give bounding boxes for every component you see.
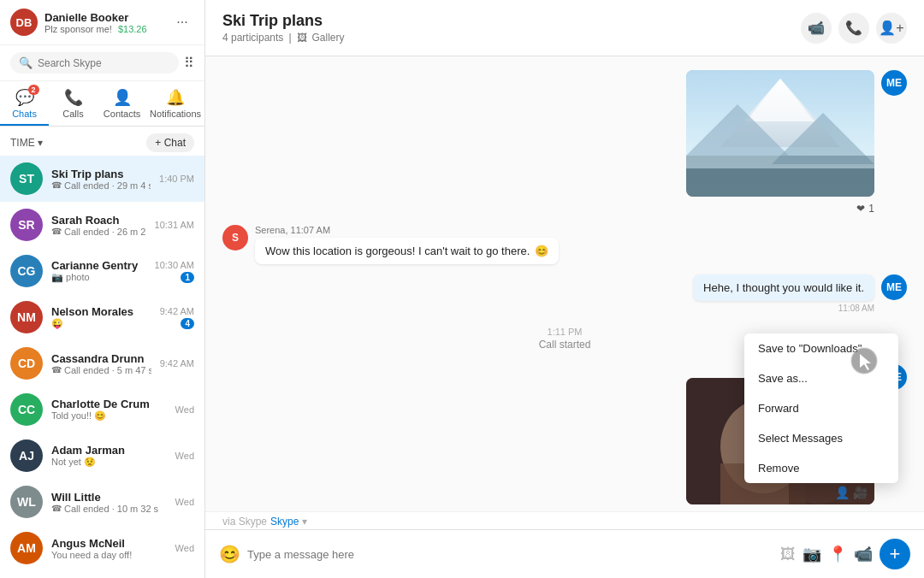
context-remove[interactable]: Remove (744, 453, 898, 483)
tab-chats[interactable]: 💬 2 Chats (0, 81, 49, 126)
list-item[interactable]: MJ MJ Price Teehee! Tue (0, 571, 204, 578)
avatar: AM (10, 532, 43, 564)
msg-sender: Serena, 11:07 AM (255, 225, 559, 235)
unread-badge: 4 (181, 318, 194, 329)
voice-call-button[interactable]: 📞 (838, 13, 869, 44)
media-button[interactable]: 📷 (803, 545, 821, 563)
profile-bar: DB Danielle Booker Plz sponsor me! $13.2… (0, 0, 204, 45)
context-select-messages[interactable]: Select Messages (744, 423, 898, 453)
list-item[interactable]: SR Sarah Roach ☎ Call ended · 26 m 23 s … (0, 202, 204, 248)
msg-content: Hehe, I thought you would like it. 11:08… (693, 274, 874, 313)
location-button[interactable]: 📍 (828, 545, 847, 563)
msg-content: ❤ 1 (686, 70, 874, 215)
skype-link[interactable]: Skype (270, 516, 299, 528)
list-item[interactable]: WL Will Little ☎ Call ended · 10 m 32 s … (0, 479, 204, 525)
time-filter[interactable]: TIME ▾ (10, 137, 43, 149)
avatar: AJ (10, 439, 43, 472)
avatar: DB (10, 9, 38, 36)
context-save-downloads[interactable]: Save to "Downloads" (744, 333, 898, 363)
avatar: NM (10, 301, 43, 333)
notifications-label: Notifications (150, 109, 201, 119)
chats-label: Chats (12, 109, 37, 119)
context-forward[interactable]: Forward (744, 393, 898, 423)
list-item[interactable]: CG Carianne Gentry 📷 photo 10:30 AM 1 (0, 248, 204, 294)
video-icons: 👤 🎥 (835, 486, 868, 499)
gallery-icon: 🖼 (297, 32, 307, 44)
msg-row: S Serena, 11:07 AM Wow this location is … (222, 225, 907, 264)
nav-tabs: 💬 2 Chats 📞 Calls 👤 Contacts 🔔 Notificat… (0, 81, 204, 127)
chat-header-info: Ski Trip plans 4 participants | 🖼 Galler… (222, 12, 801, 44)
chat-list-header: TIME ▾ + Chat (0, 127, 204, 156)
more-options-button[interactable]: ··· (170, 10, 194, 34)
avatar: CC (10, 393, 43, 426)
search-wrap[interactable]: 🔍 (10, 52, 179, 74)
mountain-image (686, 70, 874, 197)
avatar: SR (10, 209, 43, 241)
message-input[interactable] (247, 548, 773, 561)
chats-icon: 💬 2 (15, 88, 34, 107)
list-item[interactable]: NM Nelson Morales 😜 9:42 AM 4 (0, 294, 204, 340)
tab-contacts[interactable]: 👤 Contacts (98, 81, 146, 126)
person-icon: 👤 (835, 486, 850, 499)
avatar: ST (10, 162, 43, 195)
chat-info: Ski Trip plans ☎ Call ended · 29 m 4 s (51, 168, 151, 191)
list-item[interactable]: ST Ski Trip plans ☎ Call ended · 29 m 4 … (0, 156, 204, 202)
avatar: CD (10, 347, 43, 380)
calls-icon: 📞 (64, 88, 83, 107)
avatar: ME (881, 274, 907, 300)
chat-name: Ski Trip plans (51, 168, 151, 180)
notifications-icon: 🔔 (166, 88, 185, 107)
add-button[interactable]: + (880, 539, 910, 569)
tab-calls[interactable]: 📞 Calls (49, 81, 98, 126)
context-menu: Save to "Downloads" Save as... Forward S… (744, 333, 898, 483)
chat-preview: ☎ Call ended · 29 m 4 s (51, 180, 151, 191)
list-item[interactable]: AJ Adam Jarman Not yet 😟 Wed (0, 433, 204, 479)
main-chat: Ski Trip plans 4 participants | 🖼 Galler… (205, 0, 924, 578)
msg-content: Serena, 11:07 AM Wow this location is go… (255, 225, 559, 264)
profile-status: Plz sponsor me! $13.26 (44, 24, 163, 34)
chat-title: Ski Trip plans (222, 12, 801, 30)
sidebar: DB Danielle Booker Plz sponsor me! $13.2… (0, 0, 205, 578)
video-msg-button[interactable]: 📹 (854, 545, 873, 563)
grid-icon[interactable]: ⠿ (184, 55, 194, 71)
chat-input-bar: 😊 🖼 📷 📍 📹 + (205, 529, 924, 578)
chat-info: Sarah Roach ☎ Call ended · 26 m 23 s (51, 214, 146, 237)
msg-row: ME (222, 70, 907, 215)
avatar: ME (881, 70, 907, 96)
photo-button[interactable]: 🖼 (780, 546, 796, 563)
calls-label: Calls (62, 109, 83, 119)
avatar: WL (10, 486, 43, 518)
avatar: S (222, 225, 248, 251)
chat-subtitle: 4 participants | 🖼 Gallery (222, 32, 801, 44)
list-item[interactable]: AM Angus McNeil You need a day off! Wed (0, 525, 204, 571)
chats-badge: 2 (28, 85, 39, 95)
svg-rect-6 (686, 168, 874, 197)
chat-list: ST Ski Trip plans ☎ Call ended · 29 m 4 … (0, 156, 204, 578)
chevron-down-icon: ▾ (38, 137, 43, 149)
unread-badge: 1 (181, 272, 194, 283)
chat-header-actions: 📹 📞 👤+ (801, 13, 907, 44)
via-skype-bar: via Skype Skype ▾ (205, 511, 924, 529)
msg-time: 11:08 AM (838, 304, 874, 313)
camera-icon: 🎥 (853, 486, 868, 499)
tab-notifications[interactable]: 🔔 Notifications (146, 81, 204, 126)
search-bar: 🔍 ⠿ (0, 45, 204, 81)
profile-info: Danielle Booker Plz sponsor me! $13.26 (44, 11, 163, 34)
message-bubble: Wow this location is gorgeous! I can't w… (255, 238, 559, 264)
new-chat-button[interactable]: + Chat (146, 133, 194, 152)
reaction: ❤ 1 (856, 203, 874, 215)
list-item[interactable]: CC Charlotte De Crum Told you!! 😊 Wed (0, 386, 204, 433)
avatar: CG (10, 255, 43, 287)
emoji-button[interactable]: 😊 (219, 544, 240, 564)
video-call-button[interactable]: 📹 (801, 13, 832, 44)
mountain-svg (686, 70, 874, 197)
search-icon: 🔍 (19, 56, 33, 69)
image-message (686, 70, 874, 197)
chat-meta: 1:40 PM (159, 174, 194, 184)
add-participant-button[interactable]: 👤+ (876, 13, 907, 44)
list-item[interactable]: CD Cassandra Drunn ☎ Call ended · 5 m 47… (0, 340, 204, 386)
search-input[interactable] (38, 57, 170, 69)
context-save-as[interactable]: Save as... (744, 363, 898, 393)
contacts-icon: 👤 (113, 88, 132, 107)
chat-header: Ski Trip plans 4 participants | 🖼 Galler… (205, 0, 924, 56)
